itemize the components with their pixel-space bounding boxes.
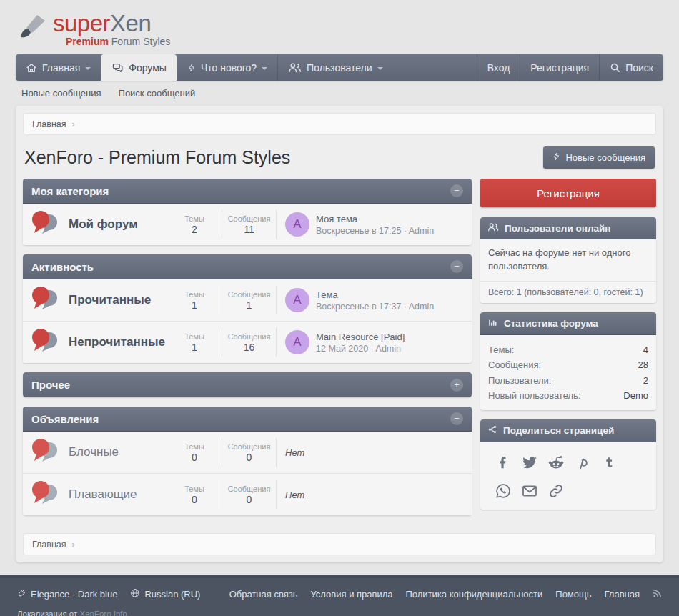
login-button[interactable]: Вход: [477, 54, 520, 81]
register-button[interactable]: Регистрация: [480, 179, 656, 207]
subnav-new-posts[interactable]: Новые сообщения: [21, 88, 101, 99]
rss-icon[interactable]: [653, 589, 662, 600]
paintbrush-logo-icon: [16, 11, 49, 47]
forum-row[interactable]: Прочитанные Темы 1 Сообщения 1 A Т: [23, 279, 472, 321]
nav-tab-members[interactable]: Пользователи: [277, 54, 392, 81]
site-footer: Elegance - Dark blue Russian (RU) Обратн…: [0, 575, 679, 616]
avatar[interactable]: A: [285, 330, 309, 354]
forum-link[interactable]: Плавающие: [69, 487, 167, 502]
latest-thread-link[interactable]: Тема: [316, 289, 434, 300]
breadcrumb-home[interactable]: Главная: [32, 119, 66, 129]
stats-row: Пользователи: 2: [488, 373, 648, 388]
sidebar: Регистрация Пользователи онлайн Сейчас н…: [480, 179, 656, 519]
forum-stats-widget: Статистика форума Темы: 4 Сообщения: 28 …: [480, 312, 656, 411]
newest-member-link[interactable]: Demo: [623, 388, 648, 403]
latest-post: Нет: [276, 438, 463, 467]
footer-link-home[interactable]: Главная: [605, 589, 640, 600]
forum-link[interactable]: Блочные: [69, 445, 167, 459]
nav-tab-forums[interactable]: Форумы: [101, 54, 177, 81]
brand-name: superXen: [53, 10, 151, 36]
twitter-icon[interactable]: [516, 454, 542, 471]
online-users-widget: Пользователи онлайн Сейчас на форуме нет…: [480, 217, 656, 303]
xenforo-info-link[interactable]: XenForo.Info: [79, 610, 127, 616]
page-title: XenForo - Premium Forum Styles: [24, 147, 290, 168]
latest-meta: Воскресенье в 17:37 · Admin: [316, 302, 434, 312]
email-icon[interactable]: [516, 482, 542, 500]
localization-credit: Локализация от XenForo.Info: [17, 607, 662, 616]
stats-row: Сообщения: 28: [488, 357, 648, 372]
tumblr-icon[interactable]: [595, 454, 622, 471]
forum-row[interactable]: Блочные Темы 0 Сообщения 0 Нет: [23, 432, 472, 473]
breadcrumb-home[interactable]: Главная: [32, 540, 66, 550]
category-header[interactable]: Активность −: [23, 254, 472, 279]
widget-title: Поделиться страницей: [503, 425, 614, 436]
footer-link-terms[interactable]: Условия и правила: [310, 589, 392, 600]
footer-link-help[interactable]: Помощь: [555, 589, 591, 600]
search-button[interactable]: Поиск: [599, 54, 663, 81]
pinterest-icon[interactable]: [569, 454, 595, 471]
messages-stat: Сообщения 0: [222, 480, 276, 509]
collapse-icon[interactable]: −: [450, 412, 463, 425]
category-block: Прочее +: [23, 372, 472, 397]
nav-tab-home[interactable]: Главная: [16, 54, 101, 81]
forum-row[interactable]: Плавающие Темы 0 Сообщения 0 Нет: [23, 473, 472, 515]
messages-stat: Сообщения 16: [222, 328, 276, 357]
category-block: Моя категория − Мой форум Темы 2: [23, 179, 472, 245]
globe-icon: [130, 588, 140, 600]
footer-link-privacy[interactable]: Политика конфиденциальности: [406, 589, 543, 600]
forum-link[interactable]: Непрочитанные: [69, 335, 167, 349]
home-icon: [26, 62, 37, 74]
footer-link-contact[interactable]: Обратная связь: [229, 589, 298, 600]
nav-tab-whats-new[interactable]: Что нового?: [177, 54, 277, 81]
latest-thread-link[interactable]: Моя тема: [316, 214, 434, 224]
breadcrumb: Главная ›: [23, 113, 656, 135]
register-nav-button[interactable]: Регистрация: [520, 54, 599, 81]
bar-chart-icon: [487, 317, 498, 329]
language-chooser[interactable]: Russian (RU): [130, 588, 200, 600]
forum-list: Моя категория − Мой форум Темы 2: [23, 179, 472, 525]
category-block: Активность − Прочитанные Темы 1: [23, 254, 472, 363]
avatar[interactable]: A: [285, 288, 309, 312]
facebook-icon[interactable]: [490, 454, 516, 471]
collapse-icon[interactable]: −: [450, 184, 463, 197]
messages-stat: Сообщения 0: [222, 438, 276, 467]
chevron-down-icon: [377, 67, 383, 70]
site-header: superXen Premium Forum Styles: [0, 0, 679, 54]
topics-stat: Темы 0: [167, 480, 222, 509]
topics-stat: Темы 2: [167, 210, 222, 239]
category-header[interactable]: Прочее +: [23, 372, 472, 397]
search-icon: [610, 62, 620, 73]
link-icon[interactable]: [542, 482, 569, 500]
forum-bubbles-icon: [31, 210, 60, 239]
latest-meta: Воскресенье в 17:25 · Admin: [316, 226, 434, 236]
chevron-right-icon: ›: [72, 119, 75, 129]
forum-link[interactable]: Мой форум: [69, 217, 167, 232]
chevron-down-icon: [85, 67, 91, 70]
category-header[interactable]: Объявления −: [23, 407, 472, 432]
comments-icon: [111, 62, 124, 74]
reddit-icon[interactable]: [542, 454, 569, 471]
forum-row[interactable]: Мой форум Темы 2 Сообщения 11 A Мо: [23, 204, 472, 245]
category-block: Объявления − Блочные Темы 0: [23, 407, 472, 515]
latest-post: A Тема Воскресенье в 17:37 · Admin: [276, 286, 463, 314]
no-posts-label: Нет: [285, 447, 304, 458]
site-logo[interactable]: superXen Premium Forum Styles: [16, 11, 170, 47]
avatar[interactable]: A: [285, 212, 309, 237]
widget-title: Статистика форума: [504, 318, 598, 329]
paintbrush-icon: [17, 588, 26, 600]
style-chooser[interactable]: Elegance - Dark blue: [17, 588, 117, 600]
forum-row[interactable]: Непрочитанные Темы 1 Сообщения 16 A: [23, 321, 472, 363]
bolt-icon: [187, 62, 196, 74]
brand-tagline: Premium Forum Styles: [53, 36, 170, 47]
page: superXen Premium Forum Styles Главная Фо…: [0, 0, 679, 616]
category-header[interactable]: Моя категория −: [23, 179, 472, 204]
collapse-icon[interactable]: −: [450, 260, 463, 273]
whatsapp-icon[interactable]: [490, 482, 516, 500]
new-posts-button[interactable]: Новые сообщения: [543, 146, 655, 169]
latest-thread-link[interactable]: Main Resource [Paid]: [316, 332, 405, 342]
expand-icon[interactable]: +: [450, 379, 463, 392]
stats-row: Темы: 4: [488, 342, 648, 357]
subnav-search-posts[interactable]: Поиск сообщений: [119, 88, 196, 99]
latest-post: Нет: [276, 480, 463, 509]
forum-link[interactable]: Прочитанные: [69, 293, 167, 307]
